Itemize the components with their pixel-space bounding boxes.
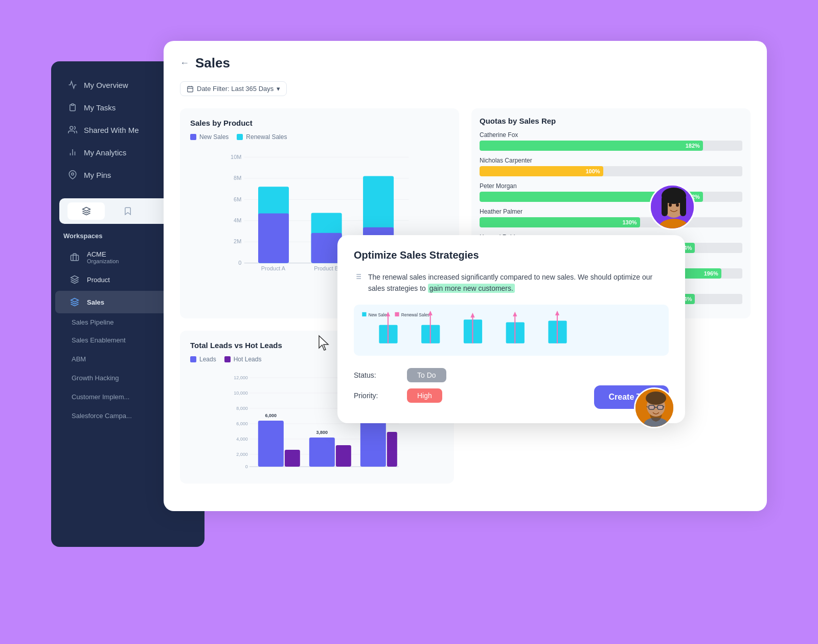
clipboard-icon xyxy=(67,102,78,112)
legend-new-label: New Sales xyxy=(199,133,229,141)
svg-rect-0 xyxy=(72,104,74,105)
quota-bar-bg-1: 100% xyxy=(480,166,742,176)
quota-name-3: Heather Palmer xyxy=(480,208,742,215)
child-label: Salesforce Campa... xyxy=(72,412,132,420)
ai-insight: The renewal sales increased significantl… xyxy=(354,271,669,294)
svg-rect-96 xyxy=(649,405,654,409)
layers-icon-product xyxy=(67,272,82,287)
legend-hot-leads: Hot Leads xyxy=(224,356,262,363)
svg-text:10M: 10M xyxy=(231,154,241,160)
quota-bar-bg-0: 182% xyxy=(480,141,742,151)
svg-marker-87 xyxy=(470,313,474,317)
svg-text:8,000: 8,000 xyxy=(236,406,248,411)
quota-row-1: Nicholas Carpenter 100% xyxy=(480,157,742,176)
quota-name-0: Catherine Fox xyxy=(480,131,742,139)
avatar-woman xyxy=(649,184,695,230)
quota-bar-bg-2: 182% xyxy=(480,192,742,202)
status-label: Status: xyxy=(354,371,395,379)
svg-marker-10 xyxy=(71,298,79,303)
priority-label: Priority: xyxy=(354,392,395,400)
legend-leads-label: Leads xyxy=(199,356,216,363)
insight-icon xyxy=(354,272,362,284)
svg-text:New Sales: New Sales xyxy=(369,313,389,317)
quotas-title: Quotas by Sales Rep xyxy=(480,117,742,125)
sidebar-item-overview-label: My Overview xyxy=(84,81,128,89)
svg-marker-89 xyxy=(513,312,517,316)
child-label: Sales Pipeline xyxy=(72,318,113,326)
svg-point-65 xyxy=(669,203,672,207)
avatar-man xyxy=(634,387,675,428)
svg-text:2,000: 2,000 xyxy=(236,452,248,457)
svg-text:12,000: 12,000 xyxy=(234,375,248,380)
quota-bar-fill-0: 182% xyxy=(480,141,703,151)
tab-layers[interactable] xyxy=(67,202,105,220)
svg-rect-62 xyxy=(662,196,668,216)
building-icon xyxy=(67,250,82,264)
child-label: Growth Hacking xyxy=(72,374,119,382)
date-filter[interactable]: Date Filter: Last 365 Days ▾ xyxy=(180,81,287,96)
status-row: Status: To Do xyxy=(354,368,669,382)
svg-rect-11 xyxy=(188,86,193,92)
page-title: Sales xyxy=(195,55,230,71)
quota-row-2: Peter Morgan 182% xyxy=(480,182,742,202)
mini-chart-svg: New Sales Renewal Sales xyxy=(358,309,665,352)
sales-legend: New Sales Renewal Sales xyxy=(190,133,449,141)
svg-text:Product A: Product A xyxy=(261,265,286,271)
svg-rect-54 xyxy=(336,445,351,467)
svg-rect-51 xyxy=(285,450,300,467)
svg-text:Product B: Product B xyxy=(314,265,338,271)
highlight-text: gain more new customers. xyxy=(428,284,515,293)
svg-rect-8 xyxy=(71,255,79,261)
sidebar-item-analytics-label: My Analytics xyxy=(84,148,126,157)
svg-marker-6 xyxy=(82,208,90,212)
layers-icon-sales xyxy=(67,295,82,309)
quota-name-1: Nicholas Carpenter xyxy=(480,157,742,164)
svg-text:6,000: 6,000 xyxy=(265,413,277,418)
legend-dot-hot xyxy=(224,356,231,362)
priority-badge[interactable]: High xyxy=(407,388,442,403)
bar-chart-icon xyxy=(67,147,78,157)
quota-name-2: Peter Morgan xyxy=(480,182,742,190)
child-label: Sales Enablement xyxy=(72,336,126,344)
quota-row-0: Catherine Fox 182% xyxy=(480,131,742,151)
quota-bar-bg-3: 130% xyxy=(480,217,742,227)
svg-text:8M: 8M xyxy=(234,175,241,181)
legend-hot-label: Hot Leads xyxy=(234,356,262,363)
svg-text:3,800: 3,800 xyxy=(316,430,328,435)
mini-chart: New Sales Renewal Sales xyxy=(354,305,669,356)
ai-panel: Optimize Sales Strategies The renewal sa… xyxy=(337,235,685,423)
svg-point-94 xyxy=(646,392,666,405)
svg-text:0: 0 xyxy=(245,464,248,469)
dashboard-header: ← Sales xyxy=(180,55,751,71)
legend-dot-leads xyxy=(190,356,196,362)
sidebar-item-shared-label: Shared With Me xyxy=(84,126,139,134)
svg-point-66 xyxy=(676,203,679,207)
quota-row-3: Heather Palmer 130% xyxy=(480,208,742,227)
activity-icon xyxy=(67,80,78,90)
svg-marker-91 xyxy=(555,311,559,315)
legend-renewal-sales: Renewal Sales xyxy=(237,133,287,141)
svg-text:6M: 6M xyxy=(234,196,241,202)
svg-point-5 xyxy=(72,173,74,175)
svg-rect-57 xyxy=(387,432,397,467)
date-filter-label: Date Filter: Last 365 Days xyxy=(197,85,274,93)
legend-renewal-label: Renewal Sales xyxy=(246,133,287,141)
svg-text:4M: 4M xyxy=(234,217,241,223)
legend-dot-renewal xyxy=(237,134,243,140)
status-badge[interactable]: To Do xyxy=(407,368,446,382)
quota-bar-fill-3: 130% xyxy=(480,217,640,227)
svg-text:2M: 2M xyxy=(234,238,241,244)
svg-rect-63 xyxy=(680,196,686,216)
legend-new-sales: New Sales xyxy=(190,133,229,141)
svg-marker-9 xyxy=(71,276,79,280)
tab-bookmark[interactable] xyxy=(109,202,146,220)
legend-dot-new xyxy=(190,134,196,140)
svg-rect-97 xyxy=(657,405,663,409)
sidebar-item-tasks-label: My Tasks xyxy=(84,103,116,112)
users-icon xyxy=(67,125,78,135)
svg-rect-73 xyxy=(362,312,366,316)
svg-text:6,000: 6,000 xyxy=(236,421,248,426)
svg-text:Renewal Sales: Renewal Sales xyxy=(401,313,429,317)
svg-rect-53 xyxy=(309,438,335,467)
back-button[interactable]: ← xyxy=(180,58,189,68)
